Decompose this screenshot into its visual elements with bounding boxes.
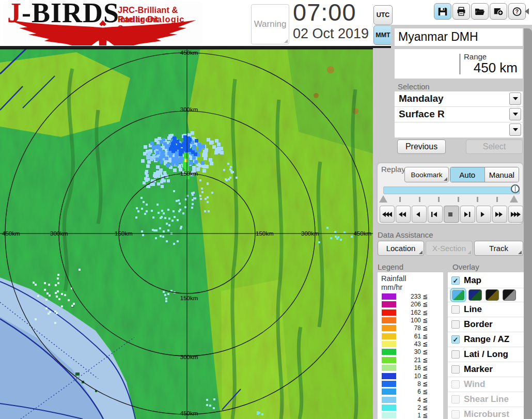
timeline-tick [419,197,420,202]
warning-label: Warning [254,19,287,29]
collapse-left-icon[interactable] [525,8,529,14]
previous-button[interactable]: Previous [397,139,446,154]
bookmark-button[interactable]: Bookmark [404,167,449,182]
overlay-item-label: Line [464,304,482,315]
overlay-item-range-az[interactable]: ✓ Range / AZ [448,332,524,347]
overlay-item-wind: Wind [448,377,524,392]
legend-value: 78 [396,324,421,332]
step-back-icon[interactable] [428,206,443,223]
chevron-down-icon[interactable] [509,123,521,136]
auto-mode-button[interactable]: Auto [450,167,485,182]
jump-end-icon[interactable] [508,206,523,223]
overlay-item-label: Range / AZ [464,334,509,345]
track-button[interactable]: Track [474,241,523,256]
fast-rewind-icon[interactable] [396,206,411,223]
map-style-swatch[interactable] [503,289,516,301]
checkbox-icon[interactable] [451,365,460,374]
range-start-marker[interactable] [379,195,387,203]
jbirds-logo: J-BIRDS JRC-Brilliant & Intelligent Rada… [3,1,202,45]
extra-select[interactable] [395,122,523,138]
warning-button[interactable]: Warning [251,4,289,44]
corner-menu-icon [467,251,471,254]
timezone-mmt-button[interactable]: MMT [373,25,393,45]
legend-lte-symbol: ≦ [423,324,428,332]
jump-start-icon[interactable] [380,206,395,223]
x-section-button[interactable]: X-Section [426,241,473,256]
overlay-item-line[interactable]: Line [448,302,524,317]
legend-lte-symbol: ≦ [423,388,428,395]
range-end-marker[interactable] [510,195,518,203]
svg-text:450km: 450km [2,230,20,237]
track-label: Track [489,244,508,253]
replay-progress-handle[interactable] [511,184,520,193]
replay-panel: Replay Bookmark Auto Manual [377,162,524,225]
open-folder-icon[interactable] [471,3,489,20]
clock-time: 07:00 [293,0,356,26]
stop-icon[interactable] [444,206,459,223]
overlay-item-label: Border [464,319,493,330]
legend-row: 4 ≦ [378,396,443,404]
map-style-swatch[interactable] [486,289,499,301]
checkbox-checked-icon[interactable]: ✓ [451,335,460,344]
select-button[interactable]: Select [466,139,523,154]
svg-text:450km: 450km [353,230,371,237]
overlay-item-border[interactable]: Border [448,317,524,332]
location-label: Location [386,244,416,253]
toolbar: ? [434,3,526,20]
corner-menu-icon [518,251,522,254]
legend-row: 2 ≦ [378,404,443,411]
save-icon[interactable] [434,3,451,20]
playback-controls [380,206,523,223]
product-select[interactable]: Surface R [395,107,523,122]
chevron-down-icon[interactable] [509,108,521,120]
legend-row: 100 ≦ [378,317,443,324]
legend-value: 162 [396,309,421,316]
svg-text:300km: 300km [301,230,319,237]
svg-text:150km: 150km [180,295,198,301]
legend-value: 2 [396,404,421,411]
legend-value: 6 [396,388,421,395]
play-icon[interactable] [476,206,491,223]
location-button[interactable]: Location [378,241,424,256]
legend-swatch [382,333,396,339]
legend-row: 21 ≦ [378,356,443,364]
replay-progress-track[interactable] [383,187,520,194]
fast-forward-icon[interactable] [492,206,507,223]
checkbox-icon[interactable] [451,305,460,314]
legend-swatch [382,373,396,379]
legend-swatch [382,365,396,371]
legend-value: 16 [396,364,421,371]
legend-lte-symbol: ≦ [423,317,428,324]
manual-mode-button[interactable]: Manual [485,167,519,182]
checkbox-icon[interactable] [451,320,460,329]
map-style-swatch[interactable] [468,289,482,301]
checkbox-checked-icon[interactable]: ✓ [451,276,460,285]
chevron-down-icon[interactable] [509,92,521,105]
play-reverse-icon[interactable] [412,206,427,223]
panel-right-rail [524,28,532,419]
legend-swatch [382,309,396,316]
site-select[interactable]: Mandalay [395,91,523,107]
checkbox-icon [451,395,460,404]
overlay-item-marker[interactable]: Marker [448,362,524,377]
overlay-panel: ✓ Map Line Border✓ Range / AZ Lati / Lon… [448,272,524,419]
checkbox-icon[interactable] [451,350,460,359]
overlay-item-label: Wind [464,379,485,390]
legend-row: 8 ≦ [378,380,443,387]
eagle-icon [8,20,197,45]
step-forward-icon[interactable] [460,206,475,223]
overlay-item-lati-long[interactable]: Lati / Long [448,347,524,362]
map-style-swatch[interactable] [451,289,465,301]
replay-mode-switch: Auto Manual [450,167,519,182]
radar-map[interactable]: 450km300km150km150km300km450km450km300km… [0,48,373,419]
svg-text:450km: 450km [180,50,198,56]
timezone-utc-button[interactable]: UTC [373,5,393,25]
clock-date: 02 Oct 2019 [293,26,369,42]
help-icon[interactable]: ? [508,3,526,20]
station-name: Myanmar DMH [398,30,478,44]
timeline-tick [438,197,440,202]
screenshot-icon[interactable] [490,3,507,20]
legend-lte-symbol: ≦ [423,364,428,371]
print-icon[interactable] [452,3,470,20]
overlay-item-map[interactable]: ✓ Map [448,273,524,288]
